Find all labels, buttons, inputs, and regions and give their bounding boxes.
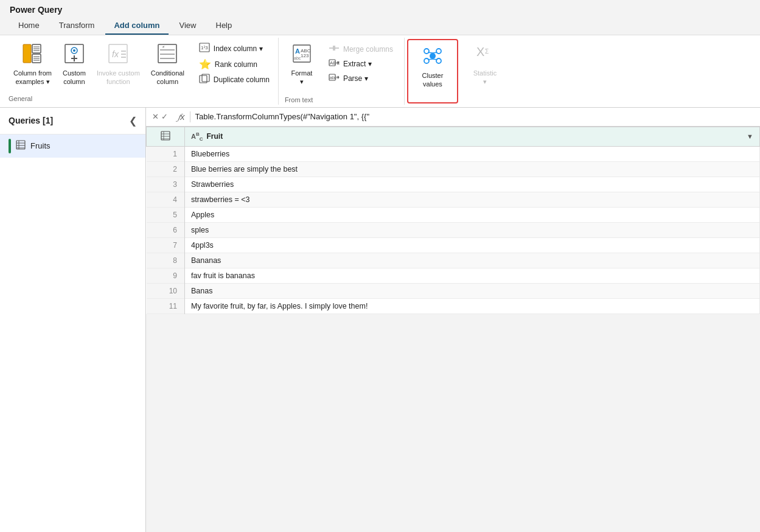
- col-type-icon: ABC: [191, 131, 203, 142]
- ribbon: Column fromexamples ▾ Customcolumn: [0, 35, 760, 108]
- duplicate-column-button[interactable]: Duplicate column: [194, 72, 274, 87]
- svg-text:abc: abc: [330, 75, 337, 80]
- data-grid: ABC Fruit ▼ 1 Blueberries 2 Blue berries…: [146, 127, 760, 532]
- svg-text:≠: ≠: [162, 45, 165, 49]
- row-num-cell: 5: [147, 207, 185, 222]
- parse-button[interactable]: abc Parse ▾: [324, 72, 398, 85]
- row-num-cell: 7: [147, 237, 185, 253]
- tab-add-column[interactable]: Add column: [105, 17, 168, 35]
- table-body: 1 Blueberries 2 Blue berries are simply …: [147, 146, 760, 313]
- cluster-values-button[interactable]: Clustervalues: [414, 43, 451, 91]
- svg-point-51: [436, 58, 441, 63]
- svg-text:Σ: Σ: [485, 48, 489, 55]
- rank-column-button[interactable]: ⭐ Rank column: [194, 57, 274, 71]
- rank-column-label: Rank column: [215, 60, 257, 69]
- invoke-custom-function-icon: fx: [107, 43, 129, 68]
- fruit-cell: Strawberries: [185, 177, 760, 192]
- sidebar: Queries [1] ❮ Fruits: [0, 108, 146, 532]
- conditional-column-icon: ≠: [156, 43, 178, 68]
- merge-columns-button[interactable]: Merge columns: [324, 43, 398, 56]
- tab-help[interactable]: Help: [207, 17, 241, 35]
- svg-text:A: A: [295, 47, 300, 55]
- format-icon: A ABC 123 abc: [291, 43, 313, 68]
- conditional-column-button[interactable]: ≠ Conditionalcolumn: [146, 40, 189, 89]
- row-num-cell: 2: [147, 161, 185, 177]
- invoke-custom-function-button[interactable]: fx Invoke customfunction: [92, 40, 145, 89]
- conditional-column-label: Conditionalcolumn: [151, 69, 184, 86]
- duplicate-column-label: Duplicate column: [214, 75, 270, 84]
- fruit-cell: Blue berries are simply the best: [185, 161, 760, 177]
- formula-bar-buttons: ✕ ✓: [152, 112, 168, 121]
- index-column-button[interactable]: 123 Index column ▾: [194, 41, 274, 56]
- formula-bar-accept[interactable]: ✓: [161, 112, 168, 121]
- cluster-values-icon: [422, 45, 444, 70]
- row-num-cell: 6: [147, 222, 185, 237]
- svg-text:123: 123: [301, 53, 309, 58]
- fruit-cell: fav fruit is bananas: [185, 268, 760, 283]
- merge-columns-icon: [329, 44, 340, 55]
- title-bar: Power Query: [0, 0, 760, 17]
- merge-columns-label: Merge columns: [343, 45, 393, 54]
- statistic-button[interactable]: Χ Σ Statistic▾: [467, 40, 503, 89]
- column-from-examples-icon: [21, 43, 43, 68]
- sidebar-item-fruits-label: Fruits: [30, 141, 51, 150]
- svg-point-47: [430, 53, 436, 59]
- svg-text:abc: abc: [294, 56, 301, 60]
- svg-point-49: [436, 49, 441, 54]
- row-num-header: [147, 127, 185, 146]
- sidebar-header: Queries [1] ❮: [0, 108, 145, 135]
- row-num-cell: 1: [147, 146, 185, 161]
- column-from-examples-label: Column fromexamples ▾: [13, 69, 52, 86]
- table-row: 3 Strawberries: [147, 177, 760, 192]
- table-row: 9 fav fruit is bananas: [147, 268, 760, 283]
- table-row: 5 Apples: [147, 207, 760, 222]
- formula-bar-cancel[interactable]: ✕: [152, 112, 159, 121]
- extract-button[interactable]: ABC Extract ▾: [324, 57, 398, 71]
- table-row: 1 Blueberries: [147, 146, 760, 161]
- formula-bar-content: Table.TransformColumnTypes(#"Navigation …: [195, 112, 755, 121]
- format-label: Format▾: [291, 69, 312, 86]
- table-row: 8 Bananas: [147, 253, 760, 268]
- fruit-column-label: Fruit: [207, 132, 223, 141]
- statistic-icon: Χ Σ: [474, 43, 496, 68]
- tab-transform[interactable]: Transform: [51, 17, 103, 35]
- index-column-label: Index column ▾: [214, 44, 263, 53]
- formula-bar: ✕ ✓ 𝑓x Table.TransformColumnTypes(#"Navi…: [146, 108, 760, 127]
- fruit-cell: strawberries = <3: [185, 192, 760, 207]
- custom-column-label: Customcolumn: [63, 69, 86, 86]
- sidebar-item-fruits[interactable]: Fruits: [0, 135, 145, 158]
- sidebar-collapse-button[interactable]: ❮: [129, 115, 137, 127]
- row-num-cell: 3: [147, 177, 185, 192]
- table-row: 10 Banas: [147, 283, 760, 298]
- tab-home[interactable]: Home: [10, 17, 48, 35]
- fruit-cell: sples: [185, 222, 760, 237]
- general-group-label: General: [9, 93, 274, 102]
- rank-column-icon: ⭐: [199, 58, 211, 70]
- table-row: 7 4ppl3s: [147, 237, 760, 253]
- svg-text:Χ: Χ: [476, 45, 484, 58]
- svg-point-50: [424, 58, 429, 63]
- parse-label: Parse ▾: [343, 74, 368, 83]
- row-num-cell: 9: [147, 268, 185, 283]
- custom-column-button[interactable]: Customcolumn: [58, 40, 91, 89]
- fruit-cell: 4ppl3s: [185, 237, 760, 253]
- column-from-examples-button[interactable]: Column fromexamples ▾: [9, 40, 57, 89]
- format-button[interactable]: A ABC 123 abc Format▾: [285, 40, 319, 89]
- fruit-cell: Banas: [185, 283, 760, 298]
- from-text-group-label: From text: [285, 94, 398, 103]
- table-row: 11 My favorite fruit, by far, is Apples.…: [147, 298, 760, 313]
- table-row: 4 strawberries = <3: [147, 192, 760, 207]
- duplicate-column-icon: [199, 74, 210, 86]
- tab-view[interactable]: View: [171, 17, 205, 35]
- fruit-cell: Apples: [185, 207, 760, 222]
- app-title: Power Query: [10, 5, 62, 15]
- table-row: 2 Blue berries are simply the best: [147, 161, 760, 177]
- row-num-cell: 10: [147, 283, 185, 298]
- fruit-column-header: ABC Fruit ▼: [185, 127, 760, 146]
- fruit-column-dropdown[interactable]: ▼: [747, 133, 753, 140]
- extract-label: Extract ▾: [343, 60, 372, 68]
- sidebar-item-indicator: [9, 139, 11, 153]
- invoke-custom-function-label: Invoke customfunction: [97, 69, 140, 86]
- parse-icon: abc: [329, 73, 340, 84]
- svg-text:123: 123: [201, 45, 208, 51]
